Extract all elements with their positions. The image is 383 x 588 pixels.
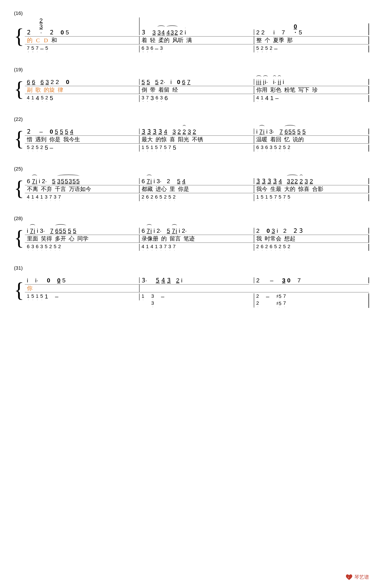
brace-28: { bbox=[14, 223, 24, 253]
lyric: 的 bbox=[161, 235, 167, 243]
melody-row-16: 2̇ 23· 2̇ 0 5 3̇ 3 bbox=[25, 18, 369, 37]
bar-22-1: 2̇ – 0 5 5 5 4 bbox=[25, 128, 139, 134]
note: 7 bbox=[259, 128, 263, 134]
bar-19-2: 5 5 5 2· i 0 6 7 bbox=[139, 79, 254, 85]
note: 3 bbox=[305, 178, 308, 184]
note: 2 bbox=[283, 228, 287, 234]
lyrics-bar-19-2: 倒 带 着留 经 bbox=[139, 86, 254, 94]
bass-note: 6· bbox=[270, 244, 272, 251]
note: 5 bbox=[65, 128, 68, 134]
section-22: (22) { 2̇ – 0 5 5 5 4 bbox=[14, 116, 369, 154]
bass-note: 1· bbox=[146, 244, 149, 251]
bass-note: 5· bbox=[261, 194, 263, 201]
note: 3̇ bbox=[273, 178, 277, 184]
melody-row-28: i 7 i i 3· 7 6 5 bbox=[25, 223, 369, 235]
lyric: 合影 bbox=[312, 185, 323, 193]
note: 2 bbox=[291, 178, 294, 184]
note: i bbox=[37, 228, 38, 234]
bass-bar-16-3: 5·· 2·· 5· 2· – bbox=[254, 45, 369, 52]
note: i bbox=[258, 79, 259, 85]
note: 3 bbox=[272, 228, 275, 234]
note: 6 bbox=[27, 178, 30, 184]
note: – bbox=[40, 45, 44, 51]
lyric: 倒 bbox=[142, 86, 147, 94]
note: 3· bbox=[157, 178, 161, 184]
bass-note: 5·· bbox=[146, 145, 149, 152]
note: i bbox=[154, 228, 155, 234]
note: 0 bbox=[61, 29, 64, 35]
note: 3̇ bbox=[142, 29, 145, 35]
bass-row-25: 4· 1· 4· 1· 3· 7· 3· 7· 2· 6· 2· 6· bbox=[25, 193, 369, 203]
lyric: 柔的 bbox=[158, 37, 170, 44]
bass-note: 4· bbox=[151, 244, 153, 251]
note: 0 bbox=[47, 277, 50, 283]
bass-note: 6· bbox=[261, 244, 263, 251]
note: 5 bbox=[289, 128, 292, 134]
lyric: 你 bbox=[27, 284, 32, 292]
lyrics-bar-16-3: 整 个 夏季 那 bbox=[254, 37, 369, 44]
note: 5 bbox=[167, 228, 170, 234]
lyric: 进心 bbox=[156, 185, 167, 193]
lyric: 不弃 bbox=[41, 185, 52, 193]
bass-note: 5· bbox=[45, 244, 47, 251]
bass-note: 1· bbox=[142, 145, 144, 152]
note: 7 bbox=[50, 228, 53, 234]
lyric: 夏季 bbox=[273, 37, 284, 44]
brace-19: { bbox=[14, 74, 24, 104]
bar-25-3: 3̇ 3̇ 3̇ 3̇ 4 3 2 2 bbox=[254, 178, 369, 184]
lyric: 轻 bbox=[150, 37, 156, 44]
bass-note: ♯5· bbox=[276, 294, 281, 301]
note: 4̇ bbox=[161, 277, 165, 283]
lyric: 和 bbox=[51, 37, 57, 44]
bass-note: 5· bbox=[265, 45, 268, 52]
bass-note: 1· bbox=[31, 95, 34, 102]
lyric: 里 bbox=[170, 185, 175, 193]
note: i bbox=[36, 178, 37, 184]
lyric: 多开 bbox=[55, 235, 66, 243]
section-number-31: (31) bbox=[14, 265, 369, 271]
bass-note: 7· bbox=[58, 194, 61, 201]
bass-note: 3· bbox=[160, 45, 163, 52]
brace-31: { bbox=[14, 272, 24, 308]
bass-note: 3· bbox=[159, 244, 162, 251]
bass-note: 4· bbox=[256, 95, 259, 102]
section-number-25: (25) bbox=[14, 166, 369, 172]
note: 0 bbox=[267, 228, 270, 234]
note: 6 bbox=[27, 79, 30, 85]
lyric: 着回 bbox=[270, 136, 281, 143]
note: – bbox=[155, 45, 158, 51]
note: 5 bbox=[72, 178, 76, 184]
bass-note: 3· bbox=[151, 300, 154, 307]
lyric: 最大 bbox=[142, 136, 153, 143]
bass-note: 2·· bbox=[261, 45, 263, 52]
bass-note: 3· bbox=[45, 194, 47, 201]
bass-note: 3· bbox=[54, 194, 56, 201]
melody-row-31: i i· 0 0 5 3̇· 5̇ 4̇ 3̇ bbox=[25, 272, 369, 284]
bass-row-28: 6· 3· 6· 3· 5· 2· 5· 2· 4· 1· 4· 1· bbox=[25, 243, 369, 253]
note: 7 bbox=[30, 228, 33, 234]
note: 5 bbox=[55, 128, 58, 134]
lyric: 同学 bbox=[77, 235, 89, 243]
note: 7 bbox=[297, 277, 301, 283]
logo: ♪ 琴艺谱 bbox=[345, 573, 369, 581]
note: 5 bbox=[62, 277, 66, 283]
bass-note: 7· bbox=[283, 300, 286, 307]
note: 2· bbox=[42, 178, 47, 184]
note: 7 bbox=[147, 228, 150, 234]
note: i bbox=[151, 178, 152, 184]
lyrics-bar-28-1: 里面 笑得 多开 心 同学 bbox=[25, 235, 139, 243]
note: i bbox=[283, 79, 284, 85]
note: i· bbox=[185, 29, 186, 35]
bass-note: 7· bbox=[49, 194, 52, 201]
note: i bbox=[181, 277, 182, 283]
note: 5 bbox=[299, 29, 302, 35]
note: – bbox=[50, 145, 53, 150]
note: i bbox=[27, 228, 28, 234]
bass-note: 2· bbox=[173, 194, 176, 201]
bass-bar-19-2: 3·· 7·· 3 6·· 3·· 6 bbox=[139, 95, 254, 102]
lyric: 说的 bbox=[293, 136, 304, 143]
bass-note: 7· bbox=[159, 145, 162, 152]
note: 5 bbox=[297, 128, 301, 134]
bass-bar-31-1: 1· 5· 1· 5· 1 – bbox=[25, 294, 139, 300]
bass-note: 7· bbox=[283, 294, 286, 300]
